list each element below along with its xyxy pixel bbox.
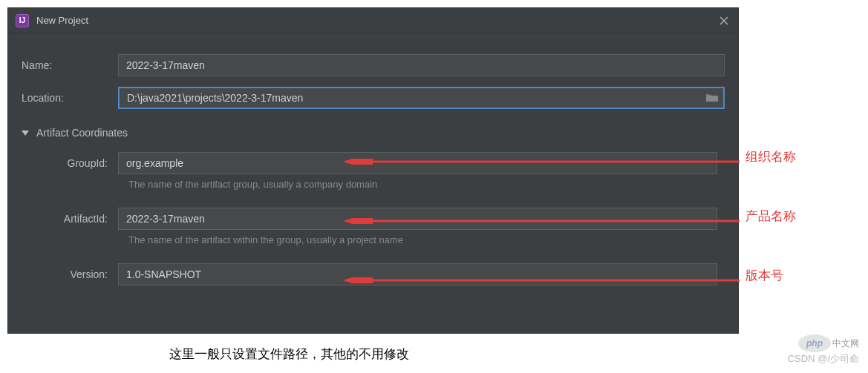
- php-logo-icon: php: [798, 334, 831, 352]
- groupid-label: GroupId:: [36, 157, 118, 169]
- new-project-dialog: IJ New Project Name: Location: Artifact …: [7, 7, 739, 334]
- close-icon: [719, 16, 728, 25]
- window-title: New Project: [36, 15, 88, 26]
- version-label: Version:: [36, 268, 118, 280]
- php-watermark: php 中文网: [798, 334, 859, 352]
- close-button[interactable]: [716, 13, 732, 29]
- annotation-version: 版本号: [745, 267, 783, 284]
- location-row: Location:: [22, 87, 725, 109]
- groupid-hint: The name of the artifact group, usually …: [22, 179, 725, 190]
- name-label: Name:: [22, 59, 118, 71]
- arrow-groupid: [339, 154, 740, 160]
- footer-note: 这里一般只设置文件路径，其他的不用修改: [169, 346, 409, 363]
- artifact-coordinates-toggle[interactable]: Artifact Coordinates: [22, 127, 725, 139]
- arrow-version: [339, 273, 740, 279]
- section-title: Artifact Coordinates: [36, 127, 128, 139]
- dialog-content: Name: Location: Artifact Coordinates Gro…: [8, 33, 738, 303]
- name-input[interactable]: [118, 54, 725, 76]
- php-cn-text: 中文网: [832, 337, 859, 350]
- title-bar: IJ New Project: [8, 8, 738, 33]
- artifactid-label: ArtifactId:: [36, 213, 118, 225]
- intellij-icon: IJ: [16, 14, 29, 27]
- csdn-watermark: CSDN @/少司命: [788, 352, 859, 366]
- folder-icon[interactable]: [705, 92, 719, 102]
- artifactid-hint: The name of the artifact within the grou…: [22, 234, 725, 245]
- location-input[interactable]: [118, 87, 725, 109]
- annotation-groupid: 组织名称: [745, 148, 796, 165]
- chevron-down-icon: [22, 131, 29, 136]
- location-label: Location:: [22, 92, 118, 104]
- arrow-artifactid: [339, 214, 740, 219]
- annotation-artifactid: 产品名称: [745, 208, 796, 225]
- name-row: Name:: [22, 54, 725, 76]
